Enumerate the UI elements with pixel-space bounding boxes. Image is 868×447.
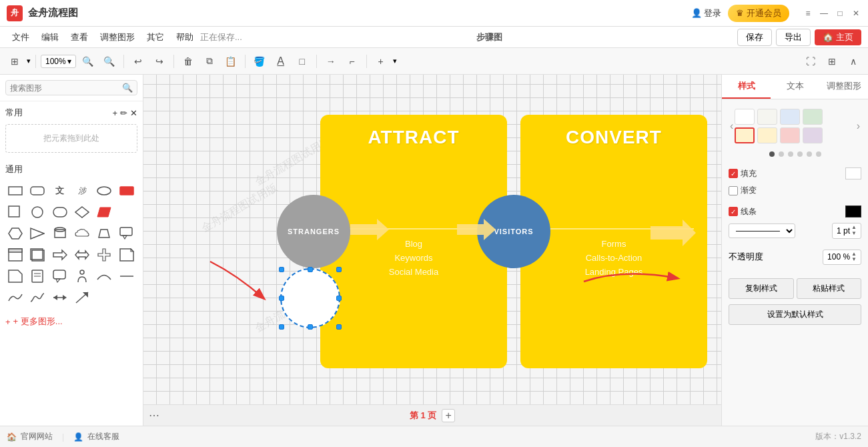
shape-cylinder[interactable] [50, 223, 70, 244]
shape-arrow-up-right[interactable] [72, 288, 92, 308]
shape-arc[interactable] [94, 266, 114, 286]
handle-top[interactable] [308, 267, 313, 272]
shape-line-curved[interactable] [5, 288, 25, 308]
handle-bottom[interactable] [308, 324, 313, 330]
shape-square[interactable] [5, 202, 25, 222]
shape-parallelogram[interactable] [94, 202, 114, 222]
menu-edit[interactable]: 编辑 [36, 29, 64, 46]
export-button[interactable]: 导出 [776, 29, 811, 46]
border-checkbox[interactable]: ✓ [729, 207, 738, 216]
delete-button[interactable]: 🗑 [179, 52, 197, 71]
shape-arrow-right[interactable] [50, 245, 70, 265]
shape-round-rect2[interactable] [50, 202, 70, 222]
shape-text[interactable]: 文 [50, 181, 70, 201]
shape-hexagon[interactable] [5, 223, 25, 244]
zoom-control[interactable]: 100% ▾ [41, 55, 76, 68]
pt-control[interactable]: 1 pt ▲ ▼ [832, 223, 861, 239]
swatch-white[interactable] [735, 109, 755, 125]
redo-button[interactable]: ↪ [150, 52, 169, 71]
website-link[interactable]: 官网网站 [21, 431, 53, 442]
collapse-button[interactable]: ∧ [844, 52, 863, 71]
swatch-light-green[interactable] [803, 109, 823, 125]
swatch-light-gray[interactable] [757, 109, 777, 125]
zoom-in-button[interactable]: 🔍 [100, 52, 119, 71]
general-section-header[interactable]: 通用 [5, 161, 137, 178]
set-default-button[interactable]: 设置为默认样式 [729, 304, 861, 325]
page-add-button[interactable]: + [442, 409, 455, 422]
close-common-icon[interactable]: ✕ [130, 108, 137, 118]
handle-left[interactable] [279, 296, 284, 301]
paste-button[interactable]: 📋 [222, 52, 240, 71]
connector-button[interactable]: → [322, 52, 340, 71]
handle-bottom-left[interactable] [279, 324, 284, 330]
undo-button[interactable]: ↩ [129, 52, 147, 71]
handle-bottom-right[interactable] [336, 324, 342, 330]
swatch-light-blue[interactable] [780, 109, 800, 125]
handle-top-right[interactable] [336, 267, 342, 272]
common-section-header[interactable]: 常用 + ✏ ✕ [5, 104, 137, 121]
line-style-select[interactable]: —————— - - - - - - · · · · · [729, 223, 795, 238]
page-tab-1[interactable]: 第 1 页 [410, 410, 436, 422]
shape-text2[interactable]: 涉 [72, 181, 92, 201]
copy-style-button[interactable]: 复制样式 [729, 278, 794, 299]
shape-doc2[interactable] [27, 266, 47, 286]
fill-button[interactable]: 🪣 [250, 52, 269, 71]
fullscreen-button[interactable]: ⛶ [801, 52, 820, 71]
search-input[interactable] [10, 83, 122, 93]
shape-rect-rounded[interactable] [27, 181, 47, 201]
line-button[interactable]: A [272, 52, 290, 71]
canvas-more-button[interactable]: ⋯ [149, 409, 159, 422]
shape-callout[interactable] [117, 223, 137, 244]
search-input-wrap[interactable]: 🔍 [5, 80, 137, 95]
paste-style-button[interactable]: 粘贴样式 [797, 278, 862, 299]
shape-selected-fill[interactable] [117, 181, 137, 201]
shape-ellipse[interactable] [94, 181, 114, 201]
color-prev-arrow[interactable]: ‹ [729, 119, 735, 133]
shape-circle[interactable] [27, 202, 47, 222]
close-button[interactable]: ✕ [851, 8, 861, 19]
restore-button[interactable]: □ [835, 8, 845, 19]
fill-checkbox[interactable]: ✓ [729, 169, 738, 178]
shape-cloud[interactable] [72, 223, 92, 244]
columns-button[interactable]: ⊞ [823, 52, 841, 71]
elbow-button[interactable]: ⌐ [343, 52, 362, 71]
copy-button[interactable]: ⧉ [200, 52, 219, 71]
gradient-checkbox[interactable] [729, 186, 738, 195]
vip-button[interactable]: ♛ 开通会员 [728, 5, 789, 22]
menu-adjust-shape[interactable]: 调整图形 [95, 29, 140, 46]
menu-other[interactable]: 其它 [141, 29, 169, 46]
pt-down[interactable]: ▼ [851, 231, 857, 237]
shape-note[interactable] [117, 245, 137, 265]
save-button[interactable]: 保存 [737, 29, 772, 46]
login-button[interactable]: 👤 登录 [691, 7, 721, 19]
rect-button[interactable]: □ [293, 52, 312, 71]
shape-doc[interactable] [5, 266, 25, 286]
minimize-button[interactable]: — [819, 8, 829, 19]
opacity-down[interactable]: ▼ [851, 257, 857, 263]
border-color-preview[interactable] [845, 205, 861, 217]
layout-button[interactable]: ⊞ [5, 52, 24, 71]
add-common-icon[interactable]: + [112, 108, 117, 118]
shape-s-curve[interactable] [27, 288, 47, 308]
shape-speech[interactable] [50, 266, 70, 286]
handle-right[interactable] [336, 296, 342, 301]
zoom-out-button[interactable]: 🔍 [79, 52, 97, 71]
menu-help[interactable]: 帮助 [171, 29, 199, 46]
more-shapes-button[interactable]: + + 更多图形... [0, 313, 143, 330]
add-dropdown[interactable]: ▾ [393, 57, 397, 65]
home-button[interactable]: 🏠 主页 [815, 29, 861, 45]
menu-view[interactable]: 查看 [65, 29, 93, 46]
strangers-circle[interactable]: STRANGERS [277, 195, 350, 268]
edit-common-icon[interactable]: ✏ [120, 108, 127, 118]
shape-rect[interactable] [5, 181, 25, 201]
tab-text[interactable]: 文本 [771, 75, 819, 99]
shape-arrow-both[interactable] [72, 245, 92, 265]
shape-rect3[interactable] [5, 245, 25, 265]
shape-triangle-right[interactable] [27, 223, 47, 244]
tab-style[interactable]: 样式 [722, 75, 771, 99]
tab-adjust[interactable]: 调整图形 [819, 75, 868, 99]
opacity-control[interactable]: 100 % ▲ ▼ [823, 250, 861, 266]
color-next-arrow[interactable]: › [855, 119, 861, 133]
add-button[interactable]: + [372, 52, 390, 71]
shape-cross[interactable] [94, 245, 114, 265]
